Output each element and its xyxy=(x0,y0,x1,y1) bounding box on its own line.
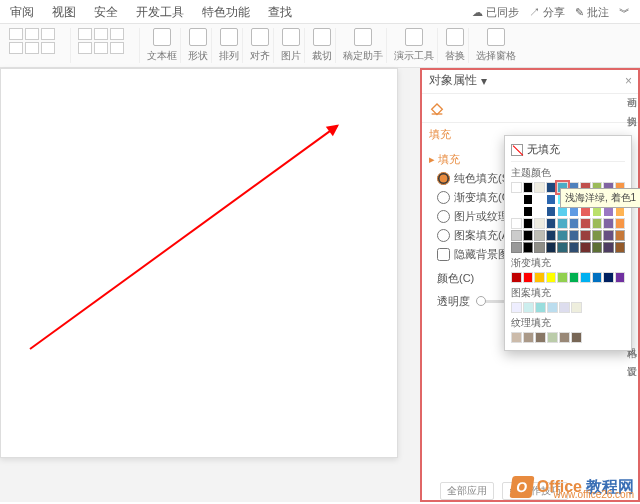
tint-swatch[interactable] xyxy=(534,206,545,217)
tint-swatch[interactable] xyxy=(580,230,591,241)
tint-swatch[interactable] xyxy=(546,242,557,253)
indent-inc-icon[interactable] xyxy=(78,42,92,54)
tint-swatch[interactable] xyxy=(534,242,545,253)
panel-dropdown-icon[interactable]: ▾ xyxy=(481,74,487,88)
apply-all-button[interactable]: 全部应用 xyxy=(440,482,494,500)
standard-swatch[interactable] xyxy=(592,272,603,283)
texture-swatch[interactable] xyxy=(535,332,546,343)
align-right-icon[interactable] xyxy=(41,28,55,40)
number-icon[interactable] xyxy=(94,28,108,40)
texture-swatch[interactable] xyxy=(559,332,570,343)
pattern-swatch[interactable] xyxy=(511,302,522,313)
tint-swatch[interactable] xyxy=(603,218,614,229)
text-dir-icon[interactable] xyxy=(110,42,124,54)
tint-swatch[interactable] xyxy=(523,242,534,253)
tint-swatch[interactable] xyxy=(534,194,545,205)
align-top-icon[interactable] xyxy=(9,42,23,54)
tint-swatch[interactable] xyxy=(569,242,580,253)
texture-swatch[interactable] xyxy=(547,332,558,343)
standard-swatch[interactable] xyxy=(557,272,568,283)
tint-swatch[interactable] xyxy=(511,218,522,229)
tint-swatch[interactable] xyxy=(511,230,522,241)
tint-swatch[interactable] xyxy=(546,206,557,217)
standard-swatch[interactable] xyxy=(603,272,614,283)
texture-swatch[interactable] xyxy=(571,332,582,343)
align-icon[interactable] xyxy=(251,28,269,46)
tint-swatch[interactable] xyxy=(557,230,568,241)
tint-swatch[interactable] xyxy=(546,194,557,205)
selection-pane-icon[interactable] xyxy=(487,28,505,46)
pattern-swatch[interactable] xyxy=(547,302,558,313)
tint-swatch[interactable] xyxy=(546,218,557,229)
textbox-icon[interactable] xyxy=(153,28,171,46)
tint-swatch[interactable] xyxy=(592,230,603,241)
tint-swatch[interactable] xyxy=(534,218,545,229)
tint-swatch[interactable] xyxy=(546,230,557,241)
tint-swatch[interactable] xyxy=(592,242,603,253)
tint-swatch[interactable] xyxy=(603,242,614,253)
fill-tab-label[interactable]: 填充 xyxy=(429,128,451,140)
standard-swatch[interactable] xyxy=(580,272,591,283)
replace-icon[interactable] xyxy=(446,28,464,46)
fill-bucket-icon[interactable] xyxy=(429,100,445,116)
tint-swatch[interactable] xyxy=(523,194,534,205)
texture-swatch[interactable] xyxy=(523,332,534,343)
tint-swatch[interactable] xyxy=(592,218,603,229)
tint-swatch[interactable] xyxy=(603,230,614,241)
assistant-icon[interactable] xyxy=(354,28,372,46)
line-spacing-icon[interactable] xyxy=(94,42,108,54)
menu-more[interactable]: ︾ xyxy=(619,5,630,20)
tint-swatch[interactable] xyxy=(523,218,534,229)
align-bottom-icon[interactable] xyxy=(41,42,55,54)
standard-swatch[interactable] xyxy=(534,272,545,283)
tab-find[interactable]: 查找 xyxy=(268,4,292,21)
tab-view[interactable]: 视图 xyxy=(52,4,76,21)
tint-swatch[interactable] xyxy=(511,242,522,253)
tint-swatch[interactable] xyxy=(569,218,580,229)
pattern-swatch[interactable] xyxy=(559,302,570,313)
tint-swatch[interactable] xyxy=(534,230,545,241)
align-center-icon[interactable] xyxy=(25,28,39,40)
indent-dec-icon[interactable] xyxy=(110,28,124,40)
tint-swatch[interactable] xyxy=(580,242,591,253)
tint-swatch[interactable] xyxy=(523,206,534,217)
tab-features[interactable]: 特色功能 xyxy=(202,4,250,21)
tint-swatch[interactable] xyxy=(615,218,626,229)
theme-swatch[interactable] xyxy=(534,182,545,193)
bullet-icon[interactable] xyxy=(78,28,92,40)
align-middle-icon[interactable] xyxy=(25,42,39,54)
status-comment[interactable]: ✎ 批注 xyxy=(575,5,609,20)
status-share[interactable]: ↗ 分享 xyxy=(529,5,565,20)
tint-swatch[interactable] xyxy=(557,242,568,253)
tab-security[interactable]: 安全 xyxy=(94,4,118,21)
present-icon[interactable] xyxy=(405,28,423,46)
theme-swatch[interactable] xyxy=(523,182,534,193)
shapes-icon[interactable] xyxy=(189,28,207,46)
align-left-icon[interactable] xyxy=(9,28,23,40)
tint-swatch[interactable] xyxy=(569,230,580,241)
no-fill-option[interactable]: 无填充 xyxy=(511,142,625,162)
tint-swatch[interactable] xyxy=(511,194,522,205)
pattern-swatch[interactable] xyxy=(571,302,582,313)
image-icon[interactable] xyxy=(282,28,300,46)
tint-swatch[interactable] xyxy=(615,230,626,241)
theme-swatch[interactable] xyxy=(546,182,557,193)
tint-swatch[interactable] xyxy=(523,230,534,241)
slide-canvas[interactable] xyxy=(0,68,420,502)
tint-swatch[interactable] xyxy=(511,206,522,217)
tint-swatch[interactable] xyxy=(580,218,591,229)
pattern-swatch[interactable] xyxy=(523,302,534,313)
tab-devtools[interactable]: 开发工具 xyxy=(136,4,184,21)
theme-swatch[interactable] xyxy=(511,182,522,193)
standard-swatch[interactable] xyxy=(569,272,580,283)
standard-swatch[interactable] xyxy=(546,272,557,283)
standard-swatch[interactable] xyxy=(511,272,522,283)
crop-icon[interactable] xyxy=(313,28,331,46)
texture-swatch[interactable] xyxy=(511,332,522,343)
tab-review[interactable]: 审阅 xyxy=(10,4,34,21)
pattern-swatch[interactable] xyxy=(535,302,546,313)
status-sync[interactable]: ☁ 已同步 xyxy=(472,5,519,20)
standard-swatch[interactable] xyxy=(615,272,626,283)
tint-swatch[interactable] xyxy=(557,218,568,229)
arrange-icon[interactable] xyxy=(220,28,238,46)
